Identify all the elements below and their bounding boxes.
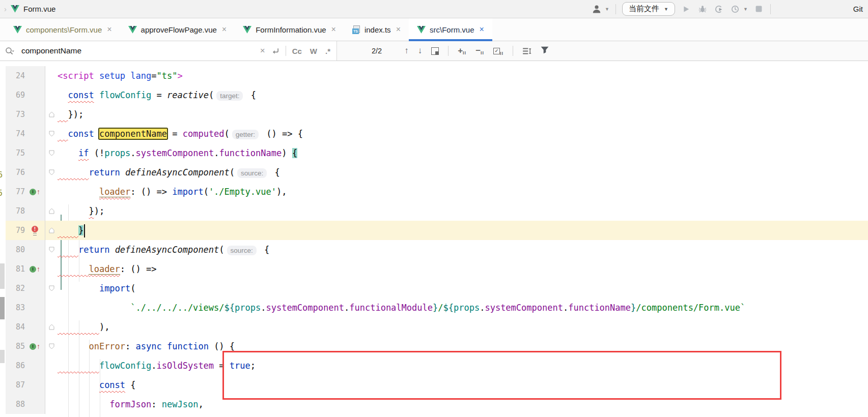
gutter[interactable]: 83 bbox=[6, 298, 45, 317]
code-text[interactable]: onError: async function () { bbox=[58, 337, 868, 356]
code-text[interactable]: loader: () => import('./Empty.vue'), bbox=[58, 182, 868, 201]
code-text[interactable]: ), bbox=[58, 317, 868, 337]
code-text[interactable]: const componentName = computed(getter: (… bbox=[58, 124, 868, 143]
code-text[interactable]: loader: () => bbox=[58, 259, 868, 279]
line-number[interactable]: 81 bbox=[6, 264, 25, 274]
line-number[interactable]: 82 bbox=[6, 284, 25, 293]
clear-search-icon[interactable]: × bbox=[260, 46, 265, 56]
fold-start-icon[interactable] bbox=[49, 285, 54, 291]
code-text[interactable]: }); bbox=[58, 201, 868, 221]
code-line-84[interactable]: 84 ), bbox=[6, 317, 868, 337]
gutter[interactable]: 24 bbox=[6, 66, 45, 85]
line-number[interactable]: 80 bbox=[6, 245, 25, 254]
code-line-74[interactable]: 74 const componentName = computed(getter… bbox=[6, 124, 868, 143]
line-number[interactable]: 78 bbox=[6, 206, 25, 216]
code-text[interactable]: <script setup lang="ts"> bbox=[58, 66, 868, 85]
code-line-24[interactable]: 24<script setup lang="ts"> bbox=[6, 66, 868, 85]
line-number[interactable]: 73 bbox=[6, 110, 25, 119]
line-number[interactable]: 76 bbox=[6, 168, 25, 177]
gutter[interactable]: 88 bbox=[6, 395, 45, 414]
code-text[interactable]: const { bbox=[58, 375, 868, 395]
code-text[interactable]: import( bbox=[58, 279, 868, 298]
run-configuration-combo[interactable]: 当前文件 ▼ bbox=[622, 2, 675, 16]
code-text[interactable]: return defineAsyncComponent(source: { bbox=[58, 163, 868, 182]
tab-components-form.vue[interactable]: components\Form.vue× bbox=[5, 18, 120, 41]
code-editor[interactable]: 24<script setup lang="ts">69 const flowC… bbox=[0, 61, 868, 417]
code-line-83[interactable]: 83 `./../../../views/${props.systemCompo… bbox=[6, 298, 868, 317]
line-number[interactable]: 87 bbox=[6, 380, 25, 390]
close-tab-icon[interactable]: × bbox=[107, 25, 111, 34]
fold-start-icon[interactable] bbox=[49, 131, 54, 137]
implemented-marker-icon[interactable]: I↑ bbox=[30, 266, 40, 273]
line-number[interactable]: 83 bbox=[6, 303, 25, 312]
gutter[interactable]: 73 bbox=[6, 105, 45, 124]
gutter[interactable]: 76 bbox=[6, 163, 45, 182]
line-number[interactable]: 86 bbox=[6, 361, 25, 370]
gutter[interactable]: 77I↑ bbox=[6, 182, 45, 201]
code-line-88[interactable]: 88 formJson: newJson, bbox=[6, 395, 868, 414]
gutter[interactable]: 85I↑ bbox=[6, 337, 45, 356]
line-number[interactable]: 69 bbox=[6, 91, 25, 100]
code-text[interactable]: return defineAsyncComponent(source: { bbox=[58, 240, 868, 259]
fold-start-icon[interactable] bbox=[49, 247, 54, 253]
filter-icon[interactable] bbox=[541, 46, 549, 56]
filter-lines-icon[interactable] bbox=[522, 47, 531, 55]
line-number[interactable]: 24 bbox=[6, 71, 25, 80]
regex-toggle[interactable]: .* bbox=[325, 47, 330, 55]
close-tab-icon[interactable]: × bbox=[479, 25, 484, 34]
tab-src-form.vue[interactable]: src\Form.vue× bbox=[409, 18, 492, 41]
code-line-78[interactable]: 78 }); bbox=[6, 201, 868, 221]
fold-start-icon[interactable] bbox=[49, 150, 54, 156]
code-line-81[interactable]: 81I↑ loader: () => bbox=[6, 259, 868, 279]
fold-start-icon[interactable] bbox=[49, 169, 54, 175]
close-tab-icon[interactable]: × bbox=[396, 25, 401, 34]
code-text[interactable]: }); bbox=[58, 105, 868, 124]
newline-icon[interactable] bbox=[271, 47, 279, 55]
gutter[interactable]: 80 bbox=[6, 240, 45, 259]
gutter[interactable]: 81I↑ bbox=[6, 259, 45, 279]
gutter[interactable]: 69 bbox=[6, 85, 45, 105]
whole-words-toggle[interactable]: W bbox=[310, 47, 317, 55]
code-line-87[interactable]: 87 const { bbox=[6, 375, 868, 395]
code-text[interactable]: flowConfig.isOldSystem = true; bbox=[58, 356, 868, 375]
code-area[interactable]: 24<script setup lang="ts">69 const flowC… bbox=[6, 61, 868, 414]
code-text[interactable]: formJson: newJson, bbox=[58, 395, 868, 414]
implemented-marker-icon[interactable]: I↑ bbox=[30, 343, 40, 350]
code-line-75[interactable]: 75 if (!props.systemComponent.functionNa… bbox=[6, 143, 868, 163]
gutter[interactable]: 78 bbox=[6, 201, 45, 221]
code-line-69[interactable]: 69 const flowConfig = reactive(target: { bbox=[6, 85, 868, 105]
line-number[interactable]: 79 bbox=[6, 226, 25, 235]
fold-end-icon[interactable] bbox=[49, 208, 54, 214]
search-input[interactable] bbox=[20, 46, 254, 56]
code-line-80[interactable]: 80 return defineAsyncComponent(source: { bbox=[6, 240, 868, 259]
search-field[interactable]: × CcW.* bbox=[0, 41, 337, 61]
gutter[interactable]: 79! bbox=[6, 221, 45, 240]
remove-occurrence-icon[interactable]: −II bbox=[475, 46, 484, 56]
code-text[interactable]: } bbox=[58, 221, 868, 240]
line-number[interactable]: 85 bbox=[6, 342, 25, 351]
gutter[interactable]: 86 bbox=[6, 356, 45, 375]
code-line-82[interactable]: 82 import( bbox=[6, 279, 868, 298]
code-line-79[interactable]: 79! } bbox=[6, 221, 868, 240]
gutter[interactable]: 74 bbox=[6, 124, 45, 143]
search-icon[interactable] bbox=[5, 47, 14, 55]
code-line-86[interactable]: 86 flowConfig.isOldSystem = true; bbox=[6, 356, 868, 375]
line-number[interactable]: 84 bbox=[6, 322, 25, 332]
tab-index.ts[interactable]: TSindex.ts× bbox=[344, 18, 409, 41]
stop-icon[interactable] bbox=[754, 4, 764, 14]
line-number[interactable]: 88 bbox=[6, 400, 25, 409]
previous-occurrence-icon[interactable]: ↑ bbox=[404, 46, 409, 56]
code-text[interactable]: if (!props.systemComponent.functionName)… bbox=[58, 143, 868, 163]
code-text[interactable]: `./../../../views/${props.systemComponen… bbox=[58, 298, 868, 317]
gutter[interactable]: 87 bbox=[6, 375, 45, 395]
line-number[interactable]: 75 bbox=[6, 148, 25, 158]
implemented-marker-icon[interactable]: I↑ bbox=[30, 189, 40, 195]
run-icon[interactable] bbox=[681, 4, 691, 14]
select-all-occurrences-icon[interactable]: ✓II bbox=[493, 46, 503, 56]
user-dropdown-chevron-icon[interactable]: ▼ bbox=[605, 7, 609, 12]
code-line-73[interactable]: 73 }); bbox=[6, 105, 868, 124]
tab-forminformation.vue[interactable]: FormInformation.vue× bbox=[235, 18, 344, 41]
code-text[interactable]: const flowConfig = reactive(target: { bbox=[58, 85, 868, 105]
fold-end-icon[interactable] bbox=[49, 324, 54, 330]
line-number[interactable]: 74 bbox=[6, 129, 25, 138]
